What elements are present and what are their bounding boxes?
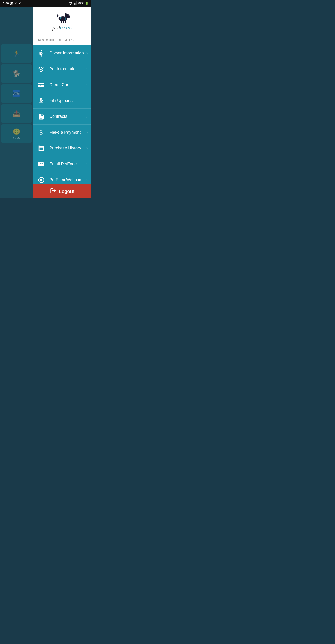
check-icon: ✔ <box>19 2 21 5</box>
svg-point-7 <box>68 16 70 18</box>
drawer-panel: petexec ACCOUNT DETAILS Owner Informatio… <box>33 6 91 198</box>
battery-icon: 🔋 <box>85 2 89 5</box>
menu-list: Owner Information › Pet Information › Cr… <box>33 46 91 184</box>
signal-icon <box>74 2 77 5</box>
bg-upload-icon: 📤 <box>13 110 20 117</box>
status-time: 5:48 <box>3 2 9 5</box>
person-running-icon <box>37 49 46 58</box>
alert-icon: ⚠ <box>15 2 17 5</box>
battery-text: 82% <box>78 2 84 5</box>
bg-tile-owner: 🏃 <box>1 44 32 63</box>
pet-information-label: Pet Information <box>49 66 86 72</box>
upload-icon <box>37 96 46 105</box>
credit-card-arrow: › <box>86 82 88 87</box>
logo-exec: exec <box>60 25 72 30</box>
webcam-icon <box>37 176 46 184</box>
menu-item-pet-information[interactable]: Pet Information › <box>33 61 91 77</box>
svg-rect-9 <box>61 20 62 23</box>
logout-icon <box>50 188 56 195</box>
email-petexec-arrow: › <box>86 162 88 166</box>
bg-tile-upload: 📤 <box>1 104 32 123</box>
payment-icon <box>37 128 46 137</box>
contracts-arrow: › <box>86 114 88 119</box>
svg-point-0 <box>70 4 71 5</box>
svg-rect-11 <box>65 20 66 23</box>
atm-icon <box>37 80 46 90</box>
receipt-icon <box>37 144 46 153</box>
pet-face-icon <box>37 65 46 74</box>
bg-atm-icon: 🏧 <box>13 90 20 97</box>
more-icon: ··· <box>23 2 25 5</box>
menu-item-owner-information[interactable]: Owner Information › <box>33 46 91 61</box>
logo-pet: pet <box>52 25 60 30</box>
credit-card-label: Credit Card <box>49 82 86 87</box>
menu-item-make-payment[interactable]: Make a Payment › <box>33 124 91 140</box>
bg-tile-cc: 🏧 <box>1 84 32 103</box>
bg-tile-acct: 😊 ACCO <box>1 124 32 143</box>
logout-label: Logout <box>59 189 75 194</box>
email-petexec-label: Email PetExec <box>49 162 86 166</box>
owner-information-label: Owner Information <box>49 51 86 56</box>
logout-button[interactable]: Logout <box>33 184 91 198</box>
purchase-history-label: Purchase History <box>49 146 86 151</box>
menu-item-contracts[interactable]: Contracts › <box>33 109 91 124</box>
wifi-icon <box>69 2 73 5</box>
logo-text: petexec <box>52 25 72 31</box>
contract-icon <box>37 112 46 121</box>
status-bar: 5:48 🖼 ⚠ ✔ ··· 82% 🔋 <box>0 0 91 6</box>
bg-pet-icon: 🐕 <box>13 70 20 77</box>
logo-container: petexec <box>52 11 72 31</box>
svg-rect-16 <box>65 18 66 20</box>
svg-point-13 <box>68 16 69 16</box>
bg-acct-label: ACCO <box>13 137 20 139</box>
background-tiles: 🏃 🐕 🏧 📤 😊 ACCO <box>0 6 33 144</box>
logo-area: petexec <box>33 6 91 34</box>
email-icon <box>37 160 46 168</box>
bg-tile-pet: 🐕 <box>1 64 32 83</box>
menu-item-purchase-history[interactable]: Purchase History › <box>33 140 91 156</box>
svg-rect-4 <box>76 2 77 5</box>
petexec-webcam-arrow: › <box>86 178 88 182</box>
menu-item-credit-card[interactable]: Credit Card › <box>33 77 91 93</box>
petexec-webcam-label: PetExec Webcam <box>49 178 86 182</box>
svg-rect-3 <box>76 2 76 4</box>
account-details-header: ACCOUNT DETAILS <box>33 34 91 46</box>
svg-rect-2 <box>75 2 75 4</box>
svg-rect-10 <box>63 20 64 23</box>
file-uploads-arrow: › <box>86 98 88 103</box>
pet-information-arrow: › <box>86 66 88 72</box>
make-payment-label: Make a Payment <box>49 130 86 135</box>
purchase-history-arrow: › <box>86 146 88 151</box>
account-details-title: ACCOUNT DETAILS <box>38 38 74 42</box>
petexec-logo-dog <box>53 11 71 25</box>
file-uploads-label: File Uploads <box>49 98 86 103</box>
bg-person-icon: 🏃 <box>13 50 20 57</box>
gallery-icon: 🖼 <box>10 2 13 5</box>
owner-information-arrow: › <box>86 51 88 56</box>
status-bar-left: 5:48 🖼 ⚠ ✔ ··· <box>3 2 25 5</box>
contracts-label: Contracts <box>49 114 86 119</box>
bg-account-icon: 😊 <box>13 128 20 135</box>
status-bar-right: 82% 🔋 <box>69 2 89 5</box>
menu-item-file-uploads[interactable]: File Uploads › <box>33 93 91 109</box>
menu-item-petexec-webcam[interactable]: PetExec Webcam › <box>33 172 91 184</box>
menu-item-email-petexec[interactable]: Email PetExec › <box>33 156 91 172</box>
svg-rect-1 <box>74 3 75 5</box>
make-payment-arrow: › <box>86 130 88 135</box>
